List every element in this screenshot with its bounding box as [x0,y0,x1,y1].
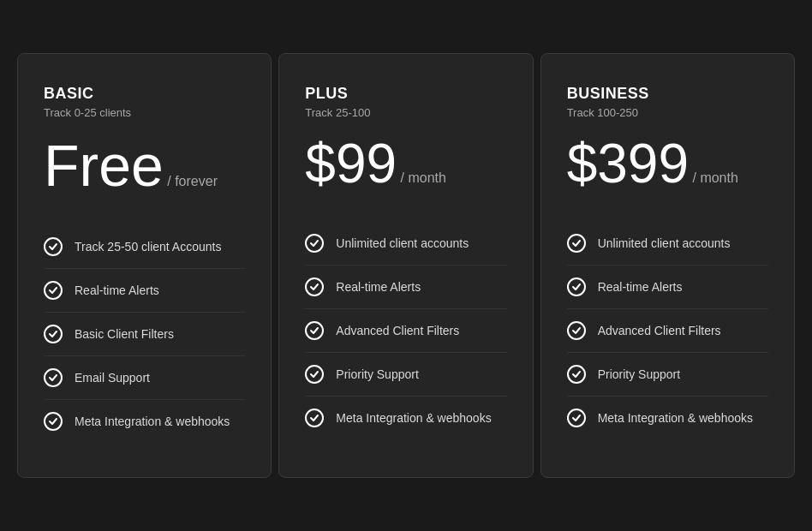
check-icon [44,412,63,431]
check-icon [305,321,324,340]
plan-price-plus: $99 / month [305,136,506,191]
feature-text: Real-time Alerts [598,280,683,294]
feature-item: Real-time Alerts [44,269,245,313]
plan-subtitle: Track 0-25 clients [44,106,245,119]
feature-item: Email Support [44,356,245,400]
check-icon [305,234,324,253]
feature-item: Priority Support [305,353,506,397]
plan-card-plus: PLUS Track 25-100 $99 / month Unlimited … [278,53,533,478]
feature-item: Priority Support [567,353,768,397]
feature-text: Advanced Client Filters [598,324,721,337]
feature-item: Advanced Client Filters [567,309,768,353]
price-value: $399 [567,133,689,194]
check-icon [44,368,63,387]
plan-price-basic: Free / forever [44,136,245,194]
feature-text: Real-time Alerts [75,283,159,297]
features-list: Track 25-50 client Accounts Real-time Al… [44,225,245,443]
feature-item: Track 25-50 client Accounts [44,225,245,269]
feature-text: Advanced Client Filters [336,324,459,337]
plan-subtitle: Track 25-100 [305,106,506,119]
check-icon [305,277,324,296]
feature-text: Priority Support [336,367,418,381]
price-period: / forever [167,174,218,188]
check-icon [567,365,586,384]
price-value: $99 [305,133,397,194]
plan-name: BUSINESS [567,85,768,103]
plan-name: BASIC [44,85,245,103]
check-icon [44,325,63,343]
feature-item: Unlimited client accounts [567,222,768,266]
price-period: / month [401,170,446,185]
feature-item: Meta Integration & webhooks [44,400,245,443]
plan-name: PLUS [305,85,506,103]
check-icon [567,277,586,296]
features-list: Unlimited client accounts Real-time Aler… [305,222,506,439]
check-icon [44,237,63,256]
check-icon [44,281,63,300]
feature-text: Email Support [75,371,150,385]
feature-text: Track 25-50 client Accounts [75,240,221,254]
feature-text: Basic Client Filters [75,327,174,341]
features-list: Unlimited client accounts Real-time Aler… [567,222,768,439]
feature-item: Advanced Client Filters [305,309,506,353]
feature-text: Real-time Alerts [336,280,421,294]
feature-item: Meta Integration & webhooks [567,397,768,439]
feature-text: Meta Integration & webhooks [598,411,753,425]
feature-item: Real-time Alerts [567,266,768,309]
plan-price-business: $399 / month [567,136,768,191]
feature-text: Unlimited client accounts [598,236,731,250]
feature-item: Basic Client Filters [44,313,245,356]
feature-text: Unlimited client accounts [336,236,469,250]
feature-text: Meta Integration & webhooks [75,415,230,428]
feature-item: Meta Integration & webhooks [305,397,506,439]
plan-card-basic: BASIC Track 0-25 clients Free / forever … [17,53,272,478]
check-icon [567,409,586,427]
plan-card-business: BUSINESS Track 100-250 $399 / month Unli… [540,53,795,478]
check-icon [305,365,324,384]
check-icon [567,321,586,340]
feature-item: Unlimited client accounts [305,222,506,266]
feature-item: Real-time Alerts [305,266,506,309]
price-value: Free [44,133,164,198]
plan-subtitle: Track 100-250 [567,106,768,119]
pricing-container: BASIC Track 0-25 clients Free / forever … [17,53,795,478]
feature-text: Meta Integration & webhooks [336,411,491,425]
feature-text: Priority Support [598,367,680,381]
price-period: / month [692,170,737,185]
check-icon [567,234,586,253]
check-icon [305,409,324,427]
